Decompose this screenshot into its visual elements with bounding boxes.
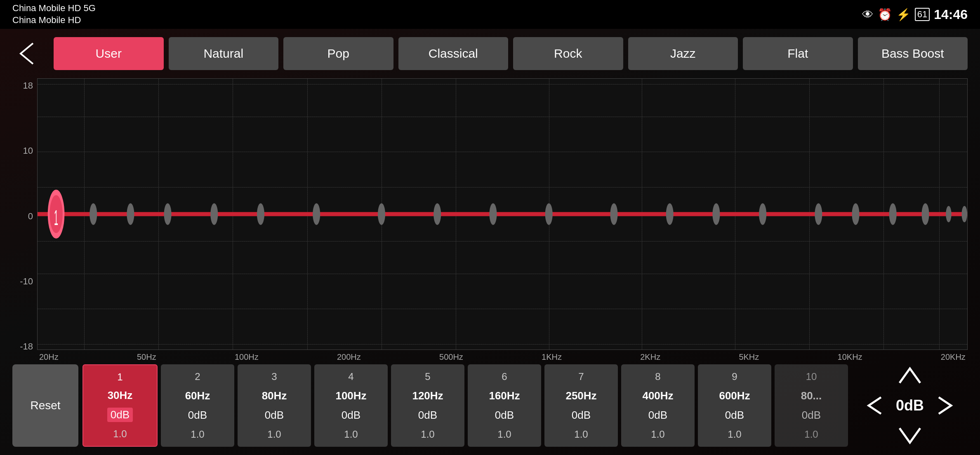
- svg-point-11: [489, 203, 497, 225]
- band-6-num: 6: [502, 371, 507, 382]
- band-7-db: 0dB: [572, 409, 591, 422]
- band-2-db: 0dB: [188, 409, 207, 422]
- band-10-freq: 80...: [801, 389, 822, 402]
- main-content: User Natural Pop Classical Rock Jazz Fla…: [0, 29, 980, 455]
- eq-chart-container: 18 10 0 -10 -18: [12, 78, 968, 364]
- band-1-db: 0dB: [107, 408, 133, 422]
- y-label-0: 0: [28, 211, 33, 222]
- band-3-freq: 80Hz: [262, 389, 287, 402]
- svg-point-16: [759, 203, 766, 225]
- carrier1-label: China Mobile HD 5G: [12, 2, 96, 14]
- band-10[interactable]: 10 80... 0dB 1.0: [775, 364, 848, 447]
- svg-point-12: [545, 203, 553, 225]
- preset-flat[interactable]: Flat: [743, 37, 853, 70]
- preset-classical[interactable]: Classical: [398, 37, 509, 70]
- status-right: 👁 ⏰ ⚡ 61 14:46: [862, 7, 968, 22]
- band-8-freq: 400Hz: [642, 389, 673, 402]
- band-1-q: 1.0: [113, 428, 127, 440]
- db-display-row: 0dB: [852, 393, 968, 418]
- db-value-display: 0dB: [893, 397, 926, 414]
- x-label-10khz: 10KHz: [838, 352, 862, 362]
- x-label-20khz: 20KHz: [941, 352, 966, 362]
- band-4-num: 4: [348, 371, 353, 382]
- band-list: 1 30Hz 0dB 1.0 2 60Hz 0dB 1.0 3 80Hz 0dB…: [82, 364, 848, 447]
- preset-user[interactable]: User: [54, 37, 164, 70]
- x-label-200hz: 200Hz: [337, 352, 361, 362]
- x-label-500hz: 500Hz: [439, 352, 463, 362]
- band-10-num: 10: [806, 371, 817, 382]
- band-5-freq: 120Hz: [412, 389, 443, 402]
- svg-point-7: [257, 203, 264, 225]
- battery-indicator: 61: [915, 8, 930, 21]
- band-9-num: 9: [732, 371, 737, 382]
- top-bar: User Natural Pop Classical Rock Jazz Fla…: [12, 37, 968, 70]
- clock: 14:46: [934, 7, 968, 22]
- band-6-db: 0dB: [495, 409, 514, 422]
- preset-pop[interactable]: Pop: [283, 37, 393, 70]
- band-4-db: 0dB: [342, 409, 360, 422]
- band-2[interactable]: 2 60Hz 0dB 1.0: [161, 364, 234, 447]
- down-arrow-button[interactable]: [893, 422, 926, 447]
- band-8[interactable]: 8 400Hz 0dB 1.0: [621, 364, 695, 447]
- band-1-num: 1: [117, 371, 122, 383]
- svg-point-22: [961, 206, 967, 222]
- band-4[interactable]: 4 100Hz 0dB 1.0: [314, 364, 388, 447]
- band-10-db: 0dB: [802, 409, 821, 422]
- chart-grid[interactable]: 1: [37, 78, 968, 350]
- bottom-controls: Reset 1 30Hz 0dB 1.0 2 60Hz 0dB 1.0 3 80…: [12, 364, 968, 447]
- status-bar: China Mobile HD 5G China Mobile HD 👁 ⏰ ⚡…: [0, 0, 980, 29]
- back-button[interactable]: [12, 37, 45, 70]
- eye-icon: 👁: [862, 8, 874, 21]
- band-5[interactable]: 5 120Hz 0dB 1.0: [391, 364, 464, 447]
- x-label-100hz: 100Hz: [235, 352, 259, 362]
- band-6[interactable]: 6 160Hz 0dB 1.0: [468, 364, 541, 447]
- svg-point-14: [666, 203, 674, 225]
- band-7[interactable]: 7 250Hz 0dB 1.0: [544, 364, 618, 447]
- right-controls: 0dB: [852, 364, 968, 447]
- y-label-n10: -10: [20, 276, 33, 287]
- left-arrow-button[interactable]: [862, 393, 887, 418]
- preset-jazz[interactable]: Jazz: [628, 37, 738, 70]
- right-arrow-button[interactable]: [933, 393, 957, 418]
- eq-curve: 1: [38, 79, 967, 349]
- band-7-freq: 250Hz: [565, 389, 596, 402]
- up-arrow-button[interactable]: [893, 364, 926, 389]
- preset-rock[interactable]: Rock: [513, 37, 623, 70]
- svg-point-3: [90, 203, 97, 225]
- carrier2-label: China Mobile HD: [12, 14, 96, 26]
- band-9[interactable]: 9 600Hz 0dB 1.0: [698, 364, 771, 447]
- svg-point-4: [127, 203, 134, 225]
- y-axis: 18 10 0 -10 -18: [12, 78, 37, 364]
- reset-button[interactable]: Reset: [12, 364, 78, 447]
- back-icon: [16, 41, 41, 66]
- x-label-20hz: 20Hz: [39, 352, 59, 362]
- svg-point-21: [946, 206, 952, 222]
- band-4-q: 1.0: [344, 429, 358, 440]
- band-5-db: 0dB: [418, 409, 437, 422]
- svg-point-9: [378, 203, 385, 225]
- band-8-num: 8: [655, 371, 660, 382]
- preset-bass-boost[interactable]: Bass Boost: [858, 37, 968, 70]
- x-label-2khz: 2KHz: [640, 352, 660, 362]
- preset-natural[interactable]: Natural: [169, 37, 279, 70]
- x-label-50hz: 50Hz: [137, 352, 156, 362]
- band-10-q: 1.0: [804, 429, 818, 440]
- x-label-1khz: 1KHz: [542, 352, 562, 362]
- band-9-db: 0dB: [725, 409, 744, 422]
- svg-point-17: [815, 203, 822, 225]
- band-1[interactable]: 1 30Hz 0dB 1.0: [82, 364, 158, 447]
- svg-point-6: [210, 203, 218, 225]
- carrier-info: China Mobile HD 5G China Mobile HD: [12, 2, 96, 26]
- band-1-freq: 30Hz: [108, 389, 133, 402]
- band-3-db: 0dB: [265, 409, 284, 422]
- band-7-num: 7: [578, 371, 584, 382]
- band-3-q: 1.0: [267, 429, 281, 440]
- band-3-num: 3: [271, 371, 277, 382]
- chart-area: 1: [37, 78, 968, 364]
- band-5-q: 1.0: [421, 429, 434, 440]
- y-label-10: 10: [23, 145, 33, 156]
- band-9-q: 1.0: [728, 429, 741, 440]
- band-3[interactable]: 3 80Hz 0dB 1.0: [238, 364, 311, 447]
- band-5-num: 5: [425, 371, 430, 382]
- svg-point-10: [433, 203, 441, 225]
